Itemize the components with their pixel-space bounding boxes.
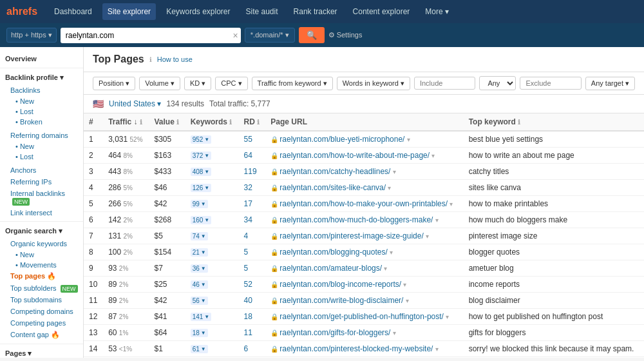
backlink-profile-heading[interactable]: Backlink profile ▾: [0, 71, 83, 84]
nav-content-explorer[interactable]: Content explorer: [348, 7, 415, 16]
sidebar-backlinks-broken[interactable]: • Broken: [0, 117, 83, 127]
cell-rd[interactable]: 6: [239, 341, 266, 357]
exclude-input[interactable]: [520, 77, 581, 90]
cell-rd[interactable]: 17: [239, 196, 266, 212]
cell-rd[interactable]: 32: [239, 180, 266, 196]
col-value[interactable]: Value ℹ: [149, 113, 185, 131]
sidebar-referring-lost[interactable]: • Lost: [0, 151, 83, 162]
cell-url[interactable]: 🔒raelyntan.com/gifts-for-bloggers/ ▾: [265, 325, 463, 341]
cell-url[interactable]: 🔒raelyntan.com/pinterest-image-size-guid…: [265, 228, 463, 244]
cell-rd[interactable]: 5: [239, 244, 266, 260]
sidebar-referring-domains[interactable]: Referring domains: [0, 130, 83, 141]
nav-site-explorer[interactable]: Site explorer: [102, 3, 156, 20]
col-num[interactable]: #: [84, 113, 103, 131]
cell-rd[interactable]: 119: [239, 164, 266, 180]
cell-keywords[interactable]: 952 ▼: [185, 131, 239, 148]
cell-url[interactable]: 🔒raelyntan.com/how-much-do-bloggers-make…: [265, 212, 463, 228]
cell-keywords[interactable]: 56 ▼: [185, 293, 239, 309]
cell-keywords[interactable]: 372 ▼: [185, 148, 239, 164]
cell-rd[interactable]: 11: [239, 325, 266, 341]
cell-keywords[interactable]: 408 ▼: [185, 164, 239, 180]
sidebar-organic-movements[interactable]: • Movements: [0, 260, 83, 270]
cell-keywords[interactable]: 126 ▼: [185, 180, 239, 196]
how-to-use-link[interactable]: How to use: [157, 55, 193, 63]
cell-keywords[interactable]: 74 ▼: [185, 228, 239, 244]
pages-heading[interactable]: Pages ▾: [0, 347, 83, 358]
nav-site-audit[interactable]: Site audit: [241, 7, 283, 16]
cell-url[interactable]: 🔒raelyntan.com/get-published-on-huffingt…: [265, 309, 463, 325]
sidebar-competing-domains[interactable]: Competing domains: [0, 306, 83, 317]
overview-heading[interactable]: Overview: [0, 52, 83, 65]
cell-url[interactable]: 🔒raelyntan.com/blog-income-reports/ ▾: [265, 277, 463, 293]
col-traffic[interactable]: Traffic ↓ ℹ: [103, 113, 149, 131]
cell-keywords[interactable]: 46 ▼: [185, 277, 239, 293]
cell-url[interactable]: 🔒raelyntan.com/best-blogging-tools-resou…: [265, 357, 463, 358]
cell-rd[interactable]: 4: [239, 228, 266, 244]
cell-keywords[interactable]: 99 ▼: [185, 196, 239, 212]
cell-rd[interactable]: 5: [239, 260, 266, 277]
cell-keywords[interactable]: 61 ▼: [185, 341, 239, 357]
filter-words-in[interactable]: Words in keyword ▾: [337, 77, 410, 90]
cell-url[interactable]: 🔒raelyntan.com/catchy-headlines/ ▾: [265, 164, 463, 180]
sidebar-link-intersect[interactable]: Link intersect: [0, 207, 83, 219]
include-input[interactable]: [414, 77, 475, 90]
col-url[interactable]: Page URL: [265, 113, 463, 131]
filter-any-target[interactable]: Any target ▾: [585, 77, 635, 90]
cell-keywords[interactable]: 160 ▼: [185, 212, 239, 228]
cell-rd[interactable]: 34: [239, 212, 266, 228]
domain-select[interactable]: *.domain/* ▾: [245, 28, 295, 43]
sidebar-content-gap[interactable]: Content gap 🔥: [0, 329, 83, 341]
organic-search-heading[interactable]: Organic search ▾: [0, 224, 83, 238]
filter-position[interactable]: Position ▾: [93, 77, 135, 90]
cell-rd[interactable]: 64: [239, 148, 266, 164]
cell-rd[interactable]: 16: [239, 357, 266, 358]
sidebar-internal-backlinks[interactable]: Internal backlinks NEW: [0, 188, 83, 207]
cell-keywords[interactable]: 141 ▼: [185, 309, 239, 325]
cell-rd[interactable]: 55: [239, 131, 266, 148]
cell-url[interactable]: 🔒raelyntan.com/blogging-quotes/ ▾: [265, 244, 463, 260]
protocol-select[interactable]: http + https ▾: [6, 28, 57, 43]
search-input[interactable]: [61, 28, 241, 43]
sidebar-top-subfolders[interactable]: Top subfolders NEW: [0, 282, 83, 294]
filter-kd[interactable]: KD ▾: [184, 77, 211, 90]
cell-keywords[interactable]: 21 ▼: [185, 244, 239, 260]
cell-url[interactable]: 🔒raelyntan.com/how-to-write-about-me-pag…: [265, 148, 463, 164]
any-select[interactable]: Any: [479, 76, 516, 90]
cell-url[interactable]: 🔒raelyntan.com/how-to-make-your-own-prin…: [265, 196, 463, 212]
filter-traffic-from[interactable]: Traffic from keyword ▾: [252, 77, 333, 90]
cell-url[interactable]: 🔒raelyntan.com/sites-like-canva/ ▾: [265, 180, 463, 196]
settings-link[interactable]: ⚙ Settings: [328, 31, 363, 39]
sidebar-backlinks-new[interactable]: • New: [0, 96, 83, 106]
country-select[interactable]: United States ▾: [109, 99, 161, 108]
cell-url[interactable]: 🔒raelyntan.com/blue-yeti-microphone/ ▾: [265, 131, 463, 148]
cell-rd[interactable]: 18: [239, 309, 266, 325]
nav-dashboard[interactable]: Dashboard: [49, 7, 97, 16]
search-button[interactable]: 🔍: [299, 27, 325, 43]
col-keywords[interactable]: Keywords ℹ: [185, 113, 239, 131]
sidebar-competing-pages[interactable]: Competing pages: [0, 317, 83, 329]
cell-url[interactable]: 🔒raelyntan.com/write-blog-disclaimer/ ▾: [265, 293, 463, 309]
sidebar-backlinks-lost[interactable]: • Lost: [0, 106, 83, 117]
nav-keywords-explorer[interactable]: Keywords explorer: [161, 7, 235, 16]
clear-button[interactable]: ×: [233, 30, 238, 41]
cell-url[interactable]: 🔒raelyntan.com/amateur-blogs/ ▾: [265, 260, 463, 277]
sidebar-referring-new[interactable]: • New: [0, 141, 83, 151]
filter-volume[interactable]: Volume ▾: [139, 77, 180, 90]
col-rd[interactable]: RD ℹ: [239, 113, 266, 131]
sidebar-top-pages[interactable]: Top pages 🔥: [0, 270, 83, 282]
cell-url[interactable]: 🔒raelyntan.com/pinterest-blocked-my-webs…: [265, 341, 463, 357]
sidebar-backlinks[interactable]: Backlinks: [0, 84, 83, 96]
cell-rd[interactable]: 40: [239, 293, 266, 309]
cell-keywords[interactable]: 43 ▼: [185, 357, 239, 358]
sidebar-top-subdomains[interactable]: Top subdomains: [0, 294, 83, 306]
cell-keywords[interactable]: 18 ▼: [185, 325, 239, 341]
col-top-kw[interactable]: Top keyword ℹ: [464, 113, 644, 131]
cell-keywords[interactable]: 36 ▼: [185, 260, 239, 277]
filter-cpc[interactable]: CPC ▾: [215, 77, 247, 90]
nav-more[interactable]: More ▾: [420, 7, 454, 16]
sidebar-organic-new[interactable]: • New: [0, 249, 83, 260]
cell-rd[interactable]: 52: [239, 277, 266, 293]
sidebar-organic-keywords[interactable]: Organic keywords: [0, 238, 83, 249]
sidebar-anchors[interactable]: Anchors: [0, 164, 83, 176]
sidebar-referring-ips[interactable]: Referring IPs: [0, 176, 83, 188]
